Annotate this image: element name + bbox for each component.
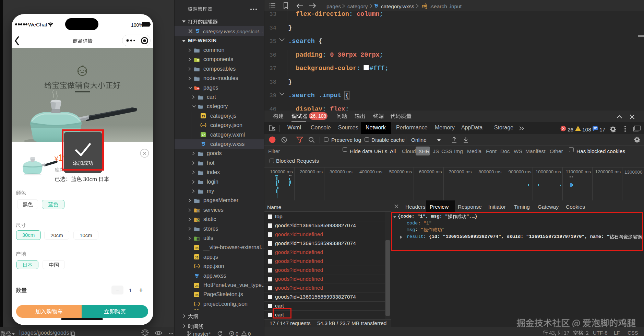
svg-text:;: ; (380, 51, 383, 59)
svg-text:JS: JS (195, 284, 199, 287)
svg-text:{: { (315, 38, 322, 45)
svg-text:JS: JS (195, 246, 199, 250)
svg-text:.search: .search (281, 92, 315, 99)
svg-text:}: } (281, 79, 292, 86)
svg-text:display: display (281, 106, 322, 111)
svg-text:38: 38 (270, 79, 276, 85)
svg-text:column: column (353, 11, 380, 18)
svg-text:;: ; (380, 11, 383, 18)
svg-text::: : (357, 65, 360, 72)
svg-text:.input: .input (315, 92, 342, 99)
svg-text:39: 39 (270, 92, 276, 99)
svg-text:33: 33 (270, 11, 276, 18)
svg-text:JS: JS (195, 293, 199, 297)
svg-text::: : (322, 51, 326, 59)
svg-text:;: ; (345, 106, 349, 111)
svg-text:37: 37 (270, 65, 276, 72)
svg-text:JS: JS (195, 256, 199, 259)
svg-text:padding: padding (281, 51, 322, 59)
svg-text::: : (349, 11, 353, 18)
svg-text:35: 35 (270, 38, 276, 45)
svg-text::: : (322, 106, 326, 111)
svg-text:{: { (342, 92, 349, 99)
svg-text:36: 36 (270, 52, 276, 58)
svg-text:40: 40 (270, 106, 276, 111)
svg-text:0 30rpx 20rpx: 0 30rpx 20rpx (326, 51, 379, 59)
svg-text:background-color: background-color (281, 65, 357, 72)
svg-text:#fff;: #fff; (370, 65, 389, 72)
svg-text:JS: JS (201, 115, 205, 118)
svg-text:}: } (281, 24, 292, 32)
svg-text:34: 34 (270, 25, 276, 31)
svg-text:.search: .search (281, 38, 315, 45)
svg-text:flex-direction: flex-direction (281, 11, 349, 18)
svg-text:flex: flex (326, 106, 345, 111)
